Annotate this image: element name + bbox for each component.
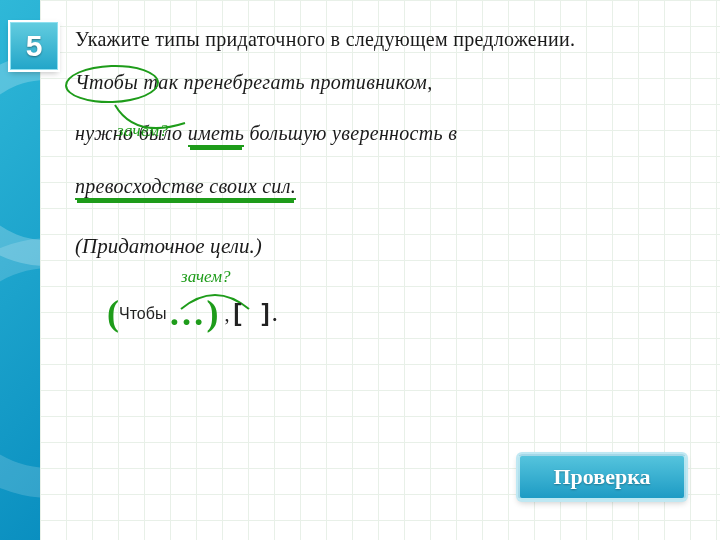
answer-text: (Придаточное цели.) (75, 234, 690, 259)
scheme-ellipsis: … (166, 293, 206, 333)
sentence-frag-1: так пренебрегать противником, (143, 71, 432, 93)
circled-word: Чтобы (75, 71, 138, 93)
sentence-frag-2: большую уверенность в (249, 122, 457, 144)
question-annotation-1: зачем? (117, 121, 168, 141)
close-paren: ) (206, 293, 218, 333)
double-underline-2: превосходстве своих сил. (75, 175, 296, 200)
open-bracket: [ (233, 299, 241, 326)
example-sentence: Чтобы так пренебрегать противником, заче… (75, 71, 690, 200)
question-annotation-2: зачем? (181, 267, 231, 287)
scheme-diagram: зачем? (Чтобы…),[]. (113, 267, 690, 337)
slide-number-badge: 5 (10, 22, 58, 70)
side-decor (0, 0, 40, 540)
task-text: Укажите типы придаточного в следующем пр… (75, 26, 690, 53)
double-underline-1: иметь (188, 122, 244, 147)
check-button[interactable]: Проверка (518, 454, 686, 500)
scheme-conj: Чтобы (119, 305, 166, 322)
scheme-comma: , (218, 303, 233, 325)
content-area: Укажите типы придаточного в следующем пр… (75, 26, 690, 337)
open-paren: ( (107, 293, 119, 333)
scheme-period: . (269, 298, 278, 327)
